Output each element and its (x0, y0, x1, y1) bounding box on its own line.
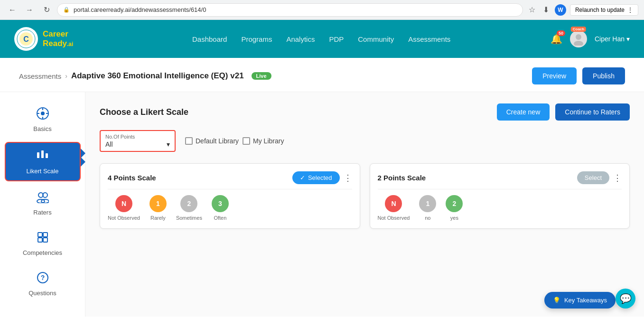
breadcrumb-current: Adaptive 360 Emotional Intelligence (EQ)… (71, 71, 244, 81)
scale-point-n-2: N Not Observed (378, 195, 410, 221)
point-label-1-2: no (425, 215, 430, 221)
app-nav: C Career Ready.ai Dashboard Programs Ana… (0, 20, 644, 58)
user-avatar: Coach (570, 30, 587, 47)
scale-card-2-points: 2 Points Scale Select ⋮ N Not Observed 1 (370, 163, 630, 229)
sidebar-likert-wrapper: Likert Scale (5, 142, 81, 181)
point-label-n-4: Not Observed (108, 215, 140, 221)
svg-rect-11 (37, 152, 39, 158)
nav-links: Dashboard Programs Analytics PDP Communi… (92, 35, 551, 43)
scale-name-4: 4 Points Scale (108, 174, 156, 182)
live-badge: Live (252, 72, 271, 80)
point-label-1-4: Rarely (150, 215, 166, 221)
bookmark-button[interactable]: ☆ (527, 3, 537, 16)
scale-point-2-2: 2 yes (446, 195, 463, 221)
nav-pdp[interactable]: PDP (329, 35, 344, 43)
breadcrumb: Assessments › Adaptive 360 Emotional Int… (19, 71, 271, 81)
download-button[interactable]: ⬇ (541, 3, 551, 16)
reload-button[interactable]: ↻ (40, 3, 53, 17)
key-takeaways-icon: 💡 (553, 297, 560, 304)
points-filter-select[interactable]: All ▾ (105, 140, 170, 148)
browser-bar: ← → ↻ 🔒 portal.careerready.ai/addnewasse… (0, 0, 644, 20)
back-button[interactable]: ← (6, 3, 19, 17)
notification-badge: 50 (557, 30, 565, 36)
logo-text: Career Ready.ai (43, 29, 73, 49)
nav-assessments[interactable]: Assessments (408, 35, 450, 43)
url-text: portal.careerready.ai/addnewassessments/… (74, 6, 206, 13)
sidebar-item-competencies[interactable]: Competencies (5, 225, 81, 262)
points-filter-value: All (105, 140, 113, 148)
sidebar-item-raters[interactable]: Raters (5, 185, 81, 222)
sidebar-competencies-label: Competencies (23, 249, 62, 256)
breadcrumb-actions: Preview Publish (532, 67, 625, 84)
points-filter[interactable]: No.Of Points All ▾ (100, 130, 176, 152)
forward-button[interactable]: → (23, 3, 36, 17)
sidebar-active-arrow (81, 157, 85, 167)
point-circle-3-4: 3 (212, 195, 229, 212)
address-bar[interactable]: 🔒 portal.careerready.ai/addnewassessment… (57, 3, 523, 17)
scale-actions-4: ✓ Selected ⋮ (292, 171, 352, 184)
sidebar-basics-label: Basics (33, 125, 51, 132)
more-options-2[interactable]: ⋮ (613, 173, 622, 183)
continue-button[interactable]: Continue to Raters (555, 103, 630, 121)
nav-analytics[interactable]: Analytics (286, 35, 315, 43)
default-library-checkbox[interactable]: Default Library (185, 137, 239, 145)
svg-rect-19 (43, 233, 47, 237)
relaunch-button[interactable]: Relaunch to update ⋮ (570, 4, 638, 16)
svg-text:C: C (23, 35, 29, 43)
scale-point-1-4: 1 Rarely (149, 195, 167, 221)
sidebar-item-questions[interactable]: ? Questions (5, 266, 81, 302)
breadcrumb-parent[interactable]: Assessments (19, 72, 61, 80)
select-button-2[interactable]: Select (577, 171, 609, 184)
default-library-label: Default Library (196, 137, 239, 145)
preview-button[interactable]: Preview (532, 67, 577, 84)
point-label-2-4: Sometimes (176, 215, 202, 221)
content-layout: Basics Likert Scale (0, 92, 644, 317)
nav-dashboard[interactable]: Dashboard (192, 35, 227, 43)
sidebar-item-basics[interactable]: Basics (5, 102, 81, 138)
create-new-button[interactable]: Create new (497, 103, 550, 121)
panel-header: Choose a Likert Scale Create new Continu… (100, 103, 630, 121)
points-filter-label: No.Of Points (105, 134, 170, 140)
sidebar-item-likert-scale[interactable]: Likert Scale (5, 142, 81, 181)
scale-card-header-2: 2 Points Scale Select ⋮ (378, 171, 622, 189)
nav-community[interactable]: Community (358, 35, 394, 43)
breadcrumb-separator: › (65, 72, 67, 80)
competencies-icon (37, 231, 49, 246)
svg-text:?: ? (40, 274, 45, 281)
default-library-box (185, 137, 193, 145)
scale-point-3-4: 3 Often (212, 195, 229, 221)
raters-icon (37, 191, 49, 206)
more-options-4[interactable]: ⋮ (344, 173, 352, 183)
user-name[interactable]: Ciper Han ▾ (595, 35, 630, 43)
scale-card-4-points: 4 Points Scale ✓ Selected ⋮ N Not O (100, 163, 360, 229)
scale-actions-2: Select ⋮ (577, 171, 622, 184)
key-takeaways-button[interactable]: 💡 Key Takeaways (544, 292, 616, 309)
svg-point-4 (574, 41, 583, 46)
panel-actions: Create new Continue to Raters (497, 103, 630, 121)
point-circle-2-4: 2 (180, 195, 197, 212)
sidebar-raters-label: Raters (33, 209, 51, 216)
chevron-down-icon: ▾ (167, 140, 170, 148)
main-content: Assessments › Adaptive 360 Emotional Int… (0, 58, 644, 318)
sidebar: Basics Likert Scale (0, 92, 85, 317)
publish-button[interactable]: Publish (582, 67, 625, 84)
nav-right: 🔔 50 Coach Ciper Han ▾ (551, 30, 630, 47)
point-circle-n-4: N (115, 195, 132, 212)
sidebar-likert-label: Likert Scale (27, 168, 59, 175)
my-library-checkbox[interactable]: My Library (243, 137, 284, 145)
selected-button-4[interactable]: ✓ Selected (292, 171, 340, 184)
svg-rect-20 (38, 238, 42, 242)
library-filters: Default Library My Library (185, 137, 284, 145)
svg-rect-18 (38, 233, 42, 237)
svg-rect-21 (43, 238, 47, 242)
scale-points-2: N Not Observed 1 no 2 yes (378, 195, 622, 221)
nav-programs[interactable]: Programs (241, 35, 272, 43)
main-panel: Choose a Likert Scale Create new Continu… (85, 92, 644, 317)
notification-button[interactable]: 🔔 50 (551, 33, 562, 45)
svg-point-3 (576, 34, 581, 40)
chat-button[interactable]: 💬 (616, 289, 635, 309)
point-label-n-2: Not Observed (378, 215, 410, 221)
panel-title: Choose a Likert Scale (100, 107, 188, 117)
point-label-2-2: yes (450, 215, 458, 221)
scale-points-4: N Not Observed 1 Rarely 2 Sometimes 3 (108, 195, 352, 221)
